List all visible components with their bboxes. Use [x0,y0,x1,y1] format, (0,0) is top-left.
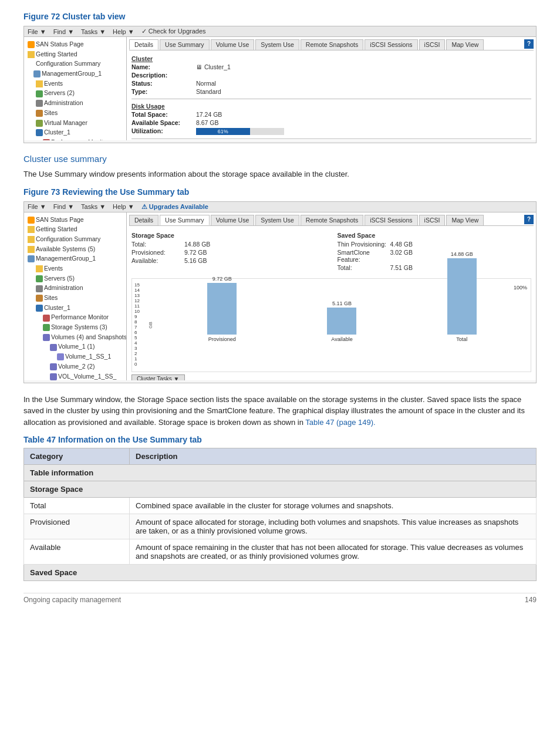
tab73-volume-use[interactable]: Volume Use [211,215,255,225]
name-value: 🖥 Cluster_1 [196,63,531,70]
status-label: Status: [131,80,196,87]
tree-item-admin[interactable]: Administration [25,98,125,108]
available-cat: Available [24,539,130,565]
tree-item-mgmtgroup1[interactable]: ManagementGroup_1 [25,69,125,79]
t73-sites[interactable]: Sites [25,293,125,303]
tree-item-config-summary[interactable]: Configuration Summary [25,59,125,69]
table47-link[interactable]: Table 47 (page 149). [305,418,375,427]
t73-events[interactable]: Events [25,264,125,274]
t73-cluster1[interactable]: Cluster_1 [25,303,125,313]
available-space-value: 8.67 GB [196,119,531,126]
utilization-label: Utilization: [131,127,196,135]
tree-item-virtual-manager[interactable]: Virtual Manager [25,118,125,128]
menu73-find[interactable]: Find ▼ [53,203,74,210]
body-text-1: The Use Summary window presents informat… [23,168,537,180]
help-button[interactable]: ? [524,39,534,49]
provisioned-bar-label: Provisioned [208,336,236,342]
menu73-tasks[interactable]: Tasks ▼ [81,203,106,210]
table-row-storage-space: Storage Space [24,481,537,498]
table47: Category Description Table information S… [23,448,537,581]
t73-vol1-ss1[interactable]: Volume_1_SS_1 [25,352,125,362]
smartclone-label: SmartClone Feature: [338,249,390,263]
total-space-value: 17.24 GB [196,111,531,118]
help73-button[interactable]: ? [524,215,534,224]
t73-vol2[interactable]: Volume_2 (2) [25,362,125,372]
tree-item-events[interactable]: Events [25,79,125,89]
menu-help[interactable]: Help ▼ [113,28,134,35]
description-value [196,72,531,79]
fig72-menubar[interactable]: File ▼ Find ▼ Tasks ▼ Help ▼ ✓ Check for… [24,26,536,37]
t73-mgmt1[interactable]: ManagementGroup_1 [25,254,125,264]
tab73-iscsi-sessions[interactable]: iSCSI Sessions [365,215,417,225]
type-value: Standard [196,88,531,95]
tab73-details[interactable]: Details [129,215,158,225]
col-category: Category [24,448,130,465]
saved-space-cell: Saved Space [24,565,537,581]
tree-item-cluster1[interactable]: Cluster_1 [25,127,125,137]
menu73-file[interactable]: File ▼ [28,203,46,210]
tree-item-perf-monitor[interactable]: Performance Monitor [25,137,125,140]
menu-check-upgrades[interactable]: ✓ Check for Upgrades [141,28,206,35]
tab-system-use[interactable]: System Use [255,39,299,50]
storage-space-col: Storage Space Total:14.88 GB Provisioned… [131,232,326,272]
tab-map-view[interactable]: Map View [446,39,484,50]
saved-total-label: Total: [338,264,390,271]
tab73-map-view[interactable]: Map View [446,215,484,225]
t73-storage-systems[interactable]: Storage Systems (3) [25,322,125,332]
t73-vol1[interactable]: Volume_1 (1) [25,342,125,352]
tab-use-summary[interactable]: Use Summary [160,39,210,50]
table-row-table-info: Table information [24,465,537,481]
t73-config[interactable]: Configuration Summary [25,234,125,244]
t73-getting-started[interactable]: Getting Started [25,224,125,234]
saved-space-heading: Saved Space [338,232,532,239]
cluster-tasks-button[interactable]: Cluster Tasks ▼ [131,374,185,380]
menu73-help[interactable]: Help ▼ [113,203,134,210]
tab-iscsi[interactable]: iSCSI [419,39,446,50]
provisioned-bar-fill [207,283,237,335]
tab-volume-use[interactable]: Volume Use [211,39,255,50]
saved-space-col: Saved Space Thin Provisioning:4.48 GB Sm… [338,232,532,272]
t73-admin[interactable]: Administration [25,283,125,293]
menu-file[interactable]: File ▼ [28,28,46,35]
provisioned-cat: Provisioned [24,514,130,539]
cluster-section-label: Cluster [131,55,531,62]
provisioned-bar-value: 9.72 GB [207,276,237,282]
total-cat: Total [24,498,130,514]
t73-available-systems[interactable]: Available Systems (5) [25,244,125,254]
total-bar-fill [447,258,477,335]
fig73-tree-pane: SAN Status Page Getting Started Configur… [24,212,127,380]
tab73-system-use[interactable]: System Use [255,215,299,225]
tab73-remote-snapshots[interactable]: Remote Snapshots [301,215,363,225]
menu-find[interactable]: Find ▼ [53,28,74,35]
thin-val: 4.48 GB [390,241,413,248]
available-desc: Amount of space remaining in the cluster… [130,539,537,565]
tree-item-getting-started[interactable]: Getting Started [25,49,125,59]
prov-label: Provisioned: [131,249,184,256]
tab73-iscsi[interactable]: iSCSI [419,215,446,225]
t73-servers[interactable]: Servers (5) [25,274,125,283]
menu73-upgrades[interactable]: ⚠ Upgrades Available [141,203,208,211]
tree-item-san[interactable]: SAN Status Page [25,39,125,49]
tree-item-servers[interactable]: Servers (2) [25,88,125,98]
fig73-menubar[interactable]: File ▼ Find ▼ Tasks ▼ Help ▼ ⚠ Upgrades … [24,202,536,212]
status-value: Normal [196,80,531,87]
menu-tasks[interactable]: Tasks ▼ [81,28,106,35]
tree-item-sites[interactable]: Sites [25,108,125,118]
smartclone-val: 3.02 GB [390,249,413,263]
saved-total-val: 7.51 GB [390,264,413,271]
provisioned-desc: Amount of space allocated for storage, i… [130,514,537,539]
t73-san[interactable]: SAN Status Page [25,215,125,225]
tab73-use-summary[interactable]: Use Summary [160,215,210,225]
figure72-title: Figure 72 Cluster tab view [23,12,537,21]
fig73-content-pane: Details Use Summary Volume Use System Us… [127,212,536,380]
tab-remote-snapshots[interactable]: Remote Snapshots [301,39,363,50]
tab-iscsi-sessions[interactable]: iSCSI Sessions [365,39,417,50]
tab-details[interactable]: Details [129,39,158,50]
t73-volumes[interactable]: Volumes (4) and Snapshots [25,332,125,342]
t73-vol-ss1[interactable]: VOL_Volume_1_SS_ [25,372,125,380]
t73-perf[interactable]: Performance Monitor [25,312,125,322]
total-val: 14.88 GB [184,241,210,248]
description-label: Description: [131,72,196,79]
total-space-label: Total Space: [131,111,196,118]
total-bar-label: Total [456,336,467,342]
